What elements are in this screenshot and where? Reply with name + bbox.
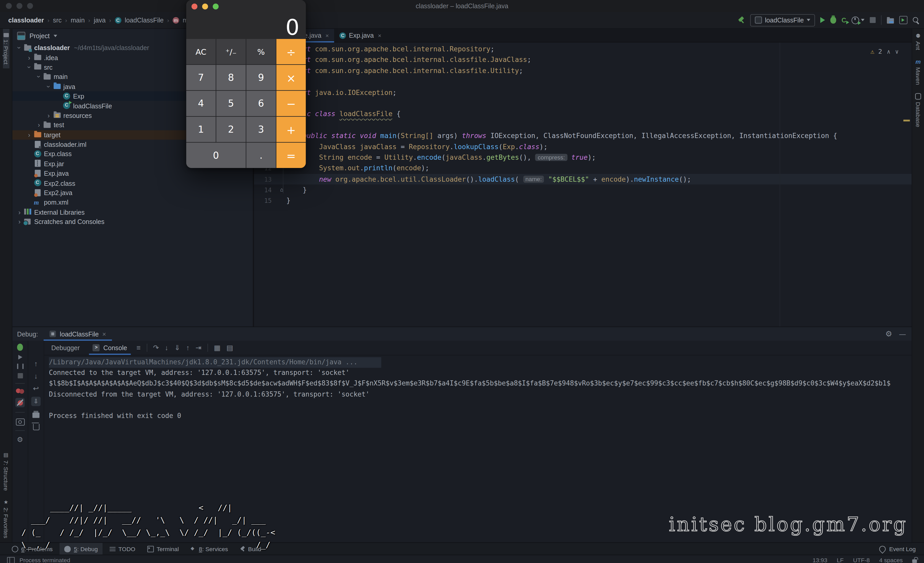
chevron-right-icon[interactable]: › [36,122,42,129]
tree-item-pom-xml[interactable]: mpom.xml [12,198,253,207]
run-to-cursor-icon[interactable]: ⇥ [195,344,201,352]
tree-item-exp2-java[interactable]: Exp2.java [12,188,253,197]
chevron-down-icon[interactable]: › [16,45,23,51]
calc-button-⁺/₋[interactable]: ⁺/₋ [216,39,246,64]
sidebar-item-maven[interactable]: mMaven [915,54,921,89]
force-step-into-icon[interactable]: ⇓ [174,344,180,352]
chevron-right-icon[interactable]: › [46,112,52,119]
calc-button-9[interactable]: 9 [246,65,276,90]
down-stack-icon[interactable]: ↓ [34,372,38,380]
sidebar-item----project[interactable]: 1: Project [3,29,9,69]
calc-button-6[interactable]: 6 [246,91,276,116]
lock-icon[interactable] [912,559,917,563]
run-configuration-select[interactable]: loadClassFile [750,14,815,26]
calc-button-7[interactable]: 7 [186,65,216,90]
profiler-button[interactable] [852,16,859,24]
run-anything-icon[interactable] [899,16,908,24]
chevron-right-icon[interactable]: › [26,131,32,138]
step-out-icon[interactable]: ↑ [186,344,190,352]
calc-button-AC[interactable]: AC [186,39,216,64]
calc-button-.[interactable]: . [246,143,276,168]
close-icon[interactable] [191,4,197,9]
event-log-button[interactable]: Event Log [879,545,916,552]
up-stack-icon[interactable]: ↑ [34,360,38,368]
close-tab-icon[interactable]: × [326,32,329,39]
layout-menu-icon[interactable]: ≡ [136,344,141,352]
tab-debugger[interactable]: Debugger [48,344,83,351]
indent-setting[interactable]: 4 spaces [879,557,903,563]
calc-button-2[interactable]: 2 [216,117,246,142]
chevron-right-icon[interactable]: › [16,218,22,225]
calc-button-+[interactable]: + [276,117,306,142]
debug-button[interactable] [830,17,836,24]
calc-button-0[interactable]: 0 [186,143,246,168]
next-warning-icon[interactable]: ∨ [895,47,899,57]
hide-panel-icon[interactable]: — [899,330,906,337]
sidebar-item----structure[interactable]: ▤7: Structure [3,448,9,495]
tab-console[interactable]: > Console [89,341,131,355]
restore-layout-icon[interactable]: ▤ [226,344,233,352]
search-everywhere-icon[interactable] [913,17,920,23]
debug-settings-gear-icon[interactable]: ⚙ [885,329,892,338]
close-icon[interactable]: × [102,330,106,337]
calc-button-×[interactable]: × [276,65,306,90]
pause-button[interactable] [17,363,23,369]
sidebar-item-ant[interactable]: ⚉Ant [915,29,921,54]
breadcrumb-item[interactable]: java [94,17,105,24]
stop-process-button[interactable] [17,373,23,378]
soft-wrap-icon[interactable]: ↩ [33,384,39,392]
view-breakpoints-button[interactable] [16,388,24,394]
resume-button[interactable] [18,355,22,359]
project-structure-icon[interactable] [887,18,894,24]
chevron-down-icon[interactable]: › [45,84,52,90]
chevron-down-icon[interactable] [861,19,865,21]
evaluate-expression-icon[interactable]: ▦ [214,344,220,352]
calc-button-1[interactable]: 1 [186,117,216,142]
sidebar-item----favorites[interactable]: ★2: Favorites [3,495,9,542]
debugger-settings-gear-icon[interactable]: ⚙ [17,435,23,444]
chevron-down-icon[interactable]: › [26,64,33,70]
line-separator[interactable]: LF [837,557,844,563]
thread-dump-button[interactable] [16,419,24,425]
chevron-down-icon[interactable]: › [35,74,42,80]
run-button[interactable] [820,17,825,23]
prev-warning-icon[interactable]: ∧ [887,47,891,57]
tree-item-exp-java[interactable]: Exp.java [12,169,253,178]
chevron-right-icon[interactable]: › [26,54,32,61]
minimize-icon[interactable] [202,4,208,9]
chevron-right-icon[interactable]: › [16,209,22,215]
breadcrumb-item[interactable]: loadClassFile [124,17,164,24]
stop-button[interactable] [870,17,876,23]
calc-button-=[interactable]: = [276,143,306,168]
tree-item-exp2-class[interactable]: CExp2.class [12,178,253,188]
print-icon[interactable] [33,413,39,418]
breadcrumb-item[interactable]: src [53,17,62,24]
step-into-icon[interactable]: ↓ [165,344,168,352]
scroll-to-end-icon[interactable]: ⇩ [31,396,41,406]
mute-breakpoints-button[interactable] [15,398,25,407]
calc-button-−[interactable]: − [276,91,306,116]
calc-button-÷[interactable]: ÷ [276,39,306,64]
calculator-window-controls[interactable] [191,4,219,9]
calc-button-8[interactable]: 8 [216,65,246,90]
debug-session-tab[interactable]: loadClassFile × [44,327,112,341]
warning-stripe-mark[interactable] [903,120,910,122]
editor-tab-exp-java[interactable]: CExp.java× [334,29,387,42]
calc-button-%[interactable]: % [246,39,276,64]
breadcrumb-item[interactable]: classloader [8,17,44,24]
tree-item-scratches-and-consoles[interactable]: ›Scratches and Consoles [12,217,253,227]
build-hammer-icon[interactable] [737,16,745,24]
inspections-widget[interactable]: ⚠ 2 ∧ ∨ [870,47,899,57]
tool-windows-toggle-icon[interactable] [7,557,15,563]
code-editor[interactable]: 1import com.sun.org.apache.bcel.internal… [254,42,912,326]
calc-button-5[interactable]: 5 [216,91,246,116]
file-encoding[interactable]: UTF-8 [853,557,870,563]
zoom-icon[interactable] [213,4,219,9]
caret-position[interactable]: 13:93 [813,557,827,563]
close-tab-icon[interactable]: × [378,32,381,39]
sidebar-item-database[interactable]: Database [915,89,921,131]
clear-console-icon[interactable] [33,424,39,430]
run-with-coverage-button[interactable]: C [842,16,846,24]
breadcrumb-item[interactable]: main [70,17,85,24]
step-over-icon[interactable]: ↷ [153,344,159,352]
